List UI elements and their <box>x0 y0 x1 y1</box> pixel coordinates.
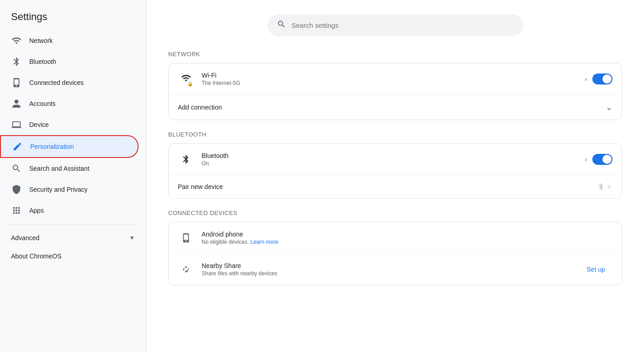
nearby-share-icon <box>178 261 194 278</box>
sidebar-item-connected-devices[interactable]: Connected devices <box>0 72 138 93</box>
chevron-down-icon: ▼ <box>129 235 135 241</box>
bluetooth-toggle-track[interactable] <box>592 154 612 165</box>
set-up-button[interactable]: Set up <box>580 262 612 277</box>
sidebar-item-connected-devices-label: Connected devices <box>29 79 84 86</box>
connected-devices-card: Android phone No eligible devices. Learn… <box>168 222 622 285</box>
android-phone-icon <box>178 230 194 246</box>
android-phone-text: Android phone No eligible devices. Learn… <box>202 231 612 245</box>
pair-new-device-row[interactable]: Pair new device <box>169 175 622 198</box>
sidebar-item-about[interactable]: About ChromeOS <box>0 247 138 265</box>
android-phone-title: Android phone <box>202 231 612 238</box>
chevron-right-icon: › <box>585 75 587 83</box>
network-icon <box>11 36 22 46</box>
search-assistant-icon <box>11 163 22 173</box>
learn-more-link[interactable]: Learn more <box>250 239 278 245</box>
personalization-icon <box>12 142 23 152</box>
bluetooth-toggle[interactable] <box>592 154 612 165</box>
wifi-lock-icon: 🔒 <box>187 81 193 86</box>
sidebar-item-device-label: Device <box>29 121 49 128</box>
bluetooth-row-subtitle: On <box>202 160 585 167</box>
sidebar-item-accounts[interactable]: Accounts <box>0 93 138 114</box>
wifi-title: Wi-Fi <box>202 72 585 79</box>
search-input[interactable] <box>292 21 514 29</box>
device-icon <box>11 120 22 130</box>
app-title: Settings <box>0 7 146 30</box>
add-connection-chevron-icon: ⌄ <box>606 102 612 112</box>
android-phone-subtitle: No eligible devices. Learn more <box>202 239 612 245</box>
apps-icon <box>11 205 22 215</box>
nearby-share-actions: Set up <box>580 262 612 277</box>
bluetooth-row[interactable]: Bluetooth On › <box>169 144 622 175</box>
sidebar-divider <box>7 225 138 225</box>
network-card: 🔒 Wi-Fi The Internet-5G › Add connection… <box>168 63 622 120</box>
sidebar-advanced-label: Advanced <box>11 234 39 242</box>
wifi-subtitle: The Internet-5G <box>202 80 585 86</box>
wifi-text: Wi-Fi The Internet-5G <box>202 72 585 86</box>
bluetooth-section-title: Bluetooth <box>168 131 622 138</box>
bluetooth-toggle-thumb <box>602 155 612 164</box>
accounts-icon <box>11 99 22 109</box>
bluetooth-row-text: Bluetooth On <box>202 152 585 167</box>
connected-devices-icon <box>11 78 22 88</box>
bluetooth-card: Bluetooth On › Pair new device <box>168 143 622 199</box>
connected-devices-section-title: Connected devices <box>168 210 622 216</box>
wifi-toggle-thumb <box>602 74 612 84</box>
search-icon <box>277 20 286 31</box>
bluetooth-row-title: Bluetooth <box>202 152 585 159</box>
sidebar-item-security-label: Security and Privacy <box>29 186 88 193</box>
wifi-actions: › <box>585 74 612 84</box>
sidebar-item-apps-label: Apps <box>29 207 44 214</box>
pair-new-device-label: Pair new device <box>178 183 223 190</box>
sidebar-item-bluetooth[interactable]: Bluetooth <box>0 51 138 72</box>
chevron-right-bt-icon: › <box>585 156 587 163</box>
sidebar-item-about-label: About ChromeOS <box>11 252 62 260</box>
sidebar-item-bluetooth-label: Bluetooth <box>29 58 56 65</box>
sidebar-item-personalization[interactable]: Personalization <box>0 135 138 158</box>
sidebar-item-security-privacy[interactable]: Security and Privacy <box>0 179 138 200</box>
sidebar-item-search-label: Search and Assistant <box>29 165 90 172</box>
wifi-toggle[interactable] <box>592 74 612 84</box>
add-connection-label: Add connection <box>178 104 222 111</box>
bluetooth-plus-icon <box>597 183 612 191</box>
nearby-share-row[interactable]: Nearby Share Share files with nearby dev… <box>169 254 622 285</box>
sidebar-item-apps[interactable]: Apps <box>0 200 138 221</box>
sidebar-item-accounts-label: Accounts <box>29 100 56 107</box>
wifi-icon-container: 🔒 <box>178 71 194 87</box>
sidebar-item-search-assistant[interactable]: Search and Assistant <box>0 158 138 179</box>
nearby-share-text: Nearby Share Share files with nearby dev… <box>202 262 580 277</box>
search-bar-wrapper <box>168 15 622 36</box>
sidebar-item-network[interactable]: Network <box>0 30 138 51</box>
bluetooth-icon <box>11 57 22 67</box>
sidebar-item-device[interactable]: Device <box>0 114 138 135</box>
search-bar <box>267 15 523 36</box>
sidebar-advanced[interactable]: Advanced ▼ <box>0 229 146 247</box>
sidebar: Settings Network Bluetooth Connected dev… <box>0 0 146 352</box>
wifi-toggle-track[interactable] <box>592 74 612 84</box>
bluetooth-row-icon <box>178 151 194 168</box>
network-section-title: Network <box>168 51 622 58</box>
bluetooth-actions: › <box>585 154 612 165</box>
sidebar-item-network-label: Network <box>29 37 53 44</box>
wifi-row[interactable]: 🔒 Wi-Fi The Internet-5G › <box>169 63 622 95</box>
security-icon <box>11 184 22 194</box>
nearby-share-title: Nearby Share <box>202 262 580 269</box>
nearby-share-subtitle: Share files with nearby devices <box>202 270 580 277</box>
main-content: Network 🔒 Wi-Fi The Internet-5G › <box>146 0 644 352</box>
android-phone-row[interactable]: Android phone No eligible devices. Learn… <box>169 222 622 254</box>
sidebar-item-personalization-label: Personalization <box>30 143 74 150</box>
add-connection-row[interactable]: Add connection ⌄ <box>169 95 622 120</box>
